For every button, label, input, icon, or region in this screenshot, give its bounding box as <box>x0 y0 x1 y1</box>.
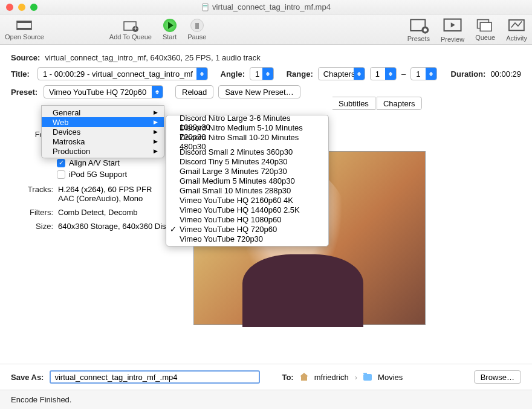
preset-submenu-item[interactable]: Discord Small 2 Minutes 360p30 <box>166 147 328 156</box>
chevron-updown-icon <box>426 68 436 80</box>
svg-rect-15 <box>480 22 491 31</box>
preset-menu-item[interactable]: General <box>42 108 164 117</box>
folder-icon <box>363 374 372 381</box>
preset-submenu-item[interactable]: Vimeo YouTube HQ 1440p60 2.5K <box>166 205 328 214</box>
svg-point-11 <box>423 28 426 31</box>
preset-submenu-item[interactable]: Discord Tiny 5 Minutes 240p30 <box>166 156 328 166</box>
tab-chapters[interactable]: Chapters <box>377 97 422 110</box>
tracks-video: H.264 (x264), 60 FPS PFR <box>58 185 152 194</box>
ipod-checkbox[interactable] <box>57 170 65 179</box>
title-select[interactable]: 1 - 00:00:29 - virtual_connect_tag_intro… <box>37 67 208 80</box>
status-text: Encode Finished. <box>11 395 71 404</box>
toolbar: Open Source + Add To Queue Start Pause P… <box>0 14 532 45</box>
pause-button[interactable]: Pause <box>187 19 206 40</box>
add-to-queue-button[interactable]: + Add To Queue <box>109 19 152 40</box>
dest-folder: Movies <box>378 373 403 382</box>
presets-button[interactable]: Presets <box>407 16 430 42</box>
save-new-preset-button[interactable]: Save New Preset… <box>218 85 300 98</box>
home-icon <box>300 373 308 381</box>
preset-web-submenu: Discord Nitro Large 3-6 Minutes 1080p30D… <box>166 115 329 246</box>
preset-submenu-item[interactable]: Gmail Medium 5 Minutes 480p30 <box>166 176 328 185</box>
svg-rect-2 <box>203 7 207 7</box>
size-value: 640x360 Storage, 640x360 Display <box>58 222 180 231</box>
range-mode-select[interactable]: Chapters <box>318 67 365 80</box>
queue-button[interactable]: Queue <box>475 18 495 42</box>
angle-select[interactable]: 1 <box>250 67 274 80</box>
tab-subtitles[interactable]: Subtitles <box>332 97 375 110</box>
to-label: To: <box>282 373 293 382</box>
save-bar: Save As: To: mfriedrich › Movies Browse… <box>0 364 532 390</box>
svg-marker-13 <box>451 22 455 27</box>
duration-label: Duration: <box>451 69 486 79</box>
chevron-updown-icon <box>354 68 365 80</box>
filters-label: Filters: <box>23 208 53 217</box>
zoom-icon[interactable] <box>30 4 37 11</box>
preview-button[interactable]: Preview <box>441 16 464 43</box>
preset-select[interactable]: Vimeo YouTube HQ 720p60 <box>44 85 163 98</box>
preset-menu-item[interactable]: Devices <box>42 127 164 137</box>
svg-rect-4 <box>17 21 31 23</box>
save-as-label: Save As: <box>11 373 44 382</box>
chevron-updown-icon <box>152 86 163 98</box>
ipod-label: iPod 5G Support <box>69 170 127 179</box>
preset-submenu-item[interactable]: Discord Nitro Small 10-20 Minutes 480p30 <box>166 137 328 147</box>
browse-button[interactable]: Browse… <box>474 370 521 384</box>
duration-value: 00:00:29 <box>490 69 521 79</box>
preset-submenu-item[interactable]: Vimeo YouTube HQ 720p60 <box>166 224 328 234</box>
preset-submenu-item[interactable]: Vimeo YouTube HQ 1080p60 <box>166 214 328 224</box>
preset-menu-item[interactable]: Matroska <box>42 137 164 146</box>
tracks-label: Tracks: <box>23 185 53 194</box>
range-from-select[interactable]: 1 <box>370 67 397 80</box>
play-icon <box>163 19 177 32</box>
start-button[interactable]: Start <box>163 19 177 40</box>
minimize-icon[interactable] <box>18 4 25 11</box>
titlebar: virtual_connect_tag_intro_mf.mp4 <box>0 0 532 14</box>
svg-rect-5 <box>17 28 31 30</box>
tracks-audio: AAC (CoreAudio), Mono <box>58 194 152 203</box>
preset-category-menu: GeneralWebDevicesMatroskaProduction <box>41 105 164 158</box>
open-source-button[interactable]: Open Source <box>5 19 44 40</box>
filters-value: Comb Detect, Decomb <box>58 208 138 217</box>
chevron-updown-icon <box>262 68 273 80</box>
dest-user: mfriedrich <box>314 373 349 382</box>
preset-menu-item[interactable]: Web <box>42 117 164 127</box>
preset-label: Preset: <box>11 88 39 97</box>
align-av-label: Align A/V Start <box>69 158 120 167</box>
close-icon[interactable] <box>6 4 13 11</box>
angle-label: Angle: <box>221 69 245 79</box>
preset-submenu-item[interactable]: Gmail Large 3 Minutes 720p30 <box>166 166 328 176</box>
align-av-checkbox[interactable] <box>57 159 65 167</box>
chevron-updown-icon <box>196 68 207 80</box>
chevron-updown-icon <box>385 68 396 80</box>
range-dash: – <box>401 69 406 79</box>
source-label: Source: <box>11 53 40 62</box>
activity-button[interactable]: Activity <box>506 17 527 42</box>
reload-button[interactable]: Reload <box>175 85 213 98</box>
range-to-select[interactable]: 1 <box>410 67 437 80</box>
svg-rect-1 <box>203 5 207 6</box>
document-icon <box>201 3 210 11</box>
window-controls <box>0 4 37 11</box>
size-label: Size: <box>23 222 53 231</box>
preset-menu-item[interactable]: Production <box>42 146 164 156</box>
preset-submenu-item[interactable]: Vimeo YouTube HQ 2160p60 4K <box>166 195 328 205</box>
svg-text:+: + <box>133 24 138 32</box>
preset-submenu-item[interactable]: Vimeo YouTube 720p30 <box>166 234 328 243</box>
window-title: virtual_connect_tag_intro_mf.mp4 <box>212 2 331 11</box>
preset-submenu-item[interactable]: Gmail Small 10 Minutes 288p30 <box>166 185 328 195</box>
pause-icon <box>190 19 204 32</box>
range-label: Range: <box>287 69 313 79</box>
status-bar: Encode Finished. <box>0 390 532 409</box>
chevron-right-icon: › <box>355 373 357 382</box>
title-label: Title: <box>11 69 33 79</box>
source-value: virtual_connect_tag_intro_mf, 640x360, 2… <box>45 53 260 62</box>
save-as-input[interactable] <box>50 370 260 384</box>
